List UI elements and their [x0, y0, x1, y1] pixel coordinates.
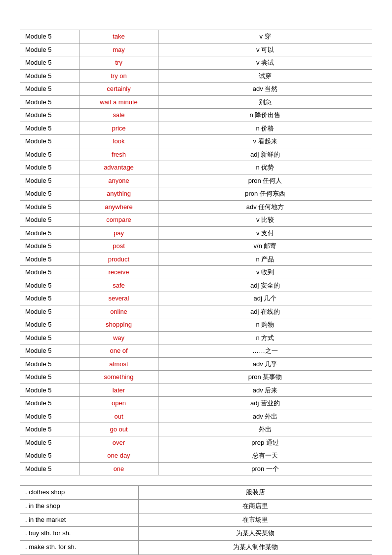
word-cell: shopping [79, 318, 158, 332]
table-row: Module 5severaladj 几个 [20, 292, 372, 305]
table-row: Module 5try on试穿 [20, 69, 372, 83]
phrase-cell: . make sth. for sh. [20, 541, 139, 555]
meaning-cell: adv 后来 [158, 384, 372, 397]
word-cell: sale [79, 109, 158, 122]
word-cell: later [79, 384, 158, 397]
word-cell: may [79, 43, 158, 56]
meaning-cell: ……之一 [158, 344, 372, 358]
word-cell: price [79, 122, 158, 135]
word-cell: open [79, 397, 158, 410]
phrase-cell: . in the shop [20, 499, 139, 513]
table-row: Module 5wait a minute别急 [20, 95, 372, 109]
module-label: Module 5 [20, 135, 79, 148]
word-cell: try [79, 56, 158, 70]
word-cell: one day [79, 449, 158, 463]
word-cell: one of [79, 344, 158, 358]
word-cell: something [79, 371, 158, 384]
word-cell: almost [79, 357, 158, 371]
module-label: Module 5 [20, 410, 79, 423]
word-cell: post [79, 240, 158, 253]
word-cell: product [79, 253, 158, 266]
module-label: Module 5 [20, 69, 79, 83]
list-item: . in the shop在商店里 [20, 499, 372, 513]
table-row: Module 5onepron 一个 [20, 462, 372, 475]
translation-cell: 在商店里 [139, 499, 372, 513]
table-row: Module 5go out外出 [20, 423, 372, 436]
table-row: Module 5shoppingn 购物 [20, 318, 372, 332]
meaning-cell: n 方式 [158, 331, 372, 344]
table-row: Module 5outadv 外出 [20, 410, 372, 423]
word-cell: several [79, 292, 158, 305]
vocabulary-table: Module 5takev 穿Module 5mayv 可以Module 5tr… [20, 30, 372, 475]
module-label: Module 5 [20, 462, 79, 475]
meaning-cell: n 价格 [158, 122, 372, 135]
table-row: Module 5overprep 通过 [20, 436, 372, 449]
module-label: Module 5 [20, 266, 79, 279]
meaning-cell: 别急 [158, 95, 372, 109]
word-cell: compare [79, 213, 158, 227]
table-row: Module 5almostadv 几乎 [20, 357, 372, 371]
list-item: . buy sth. for sh.为某人买某物 [20, 527, 372, 541]
word-cell: way [79, 331, 158, 344]
phrases-table: . clothes shop服装店. in the shop在商店里. in t… [20, 485, 372, 555]
table-row: Module 5lookv 看起来 [20, 135, 372, 148]
table-row: Module 5advantagen 优势 [20, 161, 372, 174]
meaning-cell: v 比较 [158, 213, 372, 227]
word-cell: wait a minute [79, 95, 158, 109]
meaning-cell: 外出 [158, 423, 372, 436]
meaning-cell: v 收到 [158, 266, 372, 279]
table-row: Module 5anyonepron 任何人 [20, 174, 372, 187]
module-label: Module 5 [20, 384, 79, 397]
phrase-cell: . buy sth. for sh. [20, 527, 139, 541]
word-cell: go out [79, 423, 158, 436]
list-item: . make sth. for sh.为某人制作某物 [20, 541, 372, 555]
module-label: Module 5 [20, 161, 79, 174]
translation-cell: 为某人买某物 [139, 527, 372, 541]
module-label: Module 5 [20, 56, 79, 70]
module-label: Module 5 [20, 371, 79, 384]
translation-cell: 为某人制作某物 [139, 541, 372, 555]
module-label: Module 5 [20, 318, 79, 332]
table-row: Module 5mayv 可以 [20, 43, 372, 56]
meaning-cell: pron 某事物 [158, 371, 372, 384]
meaning-cell: pron 任何人 [158, 174, 372, 187]
module-label: Module 5 [20, 253, 79, 266]
table-row: Module 5freshadj 新鲜的 [20, 148, 372, 161]
word-cell: online [79, 305, 158, 318]
table-row: Module 5somethingpron 某事物 [20, 371, 372, 384]
meaning-cell: adj 安全的 [158, 279, 372, 292]
module-label: Module 5 [20, 305, 79, 318]
word-cell: fresh [79, 148, 158, 161]
meaning-cell: adj 新鲜的 [158, 148, 372, 161]
table-row: Module 5tryv 尝试 [20, 56, 372, 70]
table-row: Module 5postv/n 邮寄 [20, 240, 372, 253]
word-cell: anywhere [79, 200, 158, 213]
meaning-cell: n 产品 [158, 253, 372, 266]
list-item: . in the market在市场里 [20, 513, 372, 527]
table-row: Module 5lateradv 后来 [20, 384, 372, 397]
module-label: Module 5 [20, 449, 79, 463]
meaning-cell: adv 任何地方 [158, 200, 372, 213]
meaning-cell: v 尝试 [158, 56, 372, 70]
meaning-cell: v/n 邮寄 [158, 240, 372, 253]
module-label: Module 5 [20, 344, 79, 358]
meaning-cell: adv 几乎 [158, 357, 372, 371]
table-row: Module 5one day总有一天 [20, 449, 372, 463]
module-label: Module 5 [20, 43, 79, 56]
meaning-cell: n 优势 [158, 161, 372, 174]
module-label: Module 5 [20, 279, 79, 292]
module-label: Module 5 [20, 83, 79, 96]
meaning-cell: adv 当然 [158, 83, 372, 96]
word-cell: out [79, 410, 158, 423]
word-cell: try on [79, 69, 158, 83]
module-label: Module 5 [20, 331, 79, 344]
module-label: Module 5 [20, 397, 79, 410]
meaning-cell: adj 营业的 [158, 397, 372, 410]
meaning-cell: 总有一天 [158, 449, 372, 463]
meaning-cell: adj 几个 [158, 292, 372, 305]
table-row: Module 5takev 穿 [20, 30, 372, 43]
meaning-cell: v 支付 [158, 226, 372, 240]
translation-cell: 服装店 [139, 486, 372, 500]
meaning-cell: n 购物 [158, 318, 372, 332]
meaning-cell: 试穿 [158, 69, 372, 83]
